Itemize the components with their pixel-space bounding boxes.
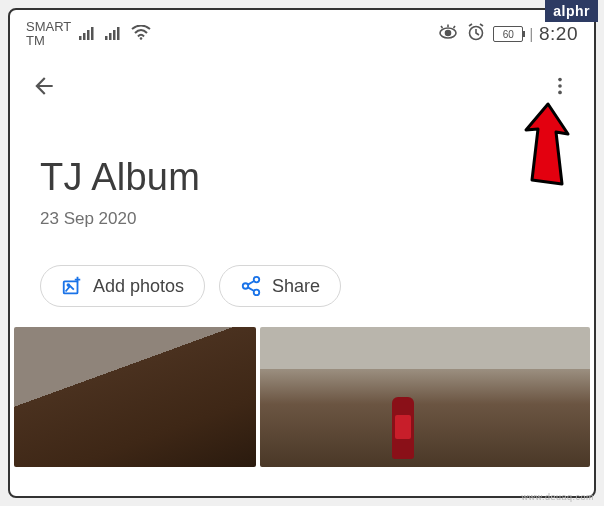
share-icon: [240, 275, 262, 297]
photo-grid: [10, 327, 594, 467]
svg-line-24: [248, 287, 254, 291]
site-badge-text: alphr: [553, 3, 590, 19]
clock: 8:20: [539, 23, 578, 45]
carrier-line2: TM: [26, 34, 71, 48]
back-button[interactable]: [30, 72, 58, 100]
photo-thumbnail[interactable]: [260, 327, 590, 467]
svg-rect-0: [79, 36, 82, 40]
svg-rect-6: [113, 30, 116, 40]
svg-line-13: [454, 26, 456, 28]
more-vert-icon: [549, 75, 571, 97]
svg-rect-5: [109, 33, 112, 40]
svg-point-17: [558, 91, 562, 95]
album-title: TJ Album: [40, 156, 564, 199]
svg-point-22: [254, 290, 260, 296]
arrow-left-icon: [31, 73, 57, 99]
battery-icon: 60: [493, 26, 523, 42]
add-photos-icon: [61, 275, 83, 297]
status-right: 60 | 8:20: [437, 23, 578, 46]
eye-icon: [437, 24, 459, 45]
album-date: 23 Sep 2020: [40, 209, 564, 229]
signal-icon: [79, 26, 97, 43]
svg-rect-3: [91, 27, 94, 40]
share-label: Share: [272, 276, 320, 297]
share-button[interactable]: Share: [219, 265, 341, 307]
svg-point-15: [558, 78, 562, 82]
app-bar: [10, 58, 594, 114]
svg-point-8: [140, 37, 143, 40]
svg-rect-2: [87, 30, 90, 40]
status-left: SMART TM: [26, 20, 151, 49]
svg-rect-1: [83, 33, 86, 40]
separator: |: [529, 26, 533, 42]
wifi-icon: [131, 25, 151, 43]
album-header: TJ Album 23 Sep 2020: [10, 114, 594, 247]
carrier-line1: SMART: [26, 20, 71, 34]
status-bar: SMART TM 60 | 8:20: [10, 10, 594, 58]
svg-point-10: [446, 30, 451, 35]
svg-line-23: [248, 281, 254, 285]
watermark: www.deuaq.com: [521, 492, 594, 502]
carrier-label: SMART TM: [26, 20, 71, 49]
svg-rect-7: [117, 27, 120, 40]
photo-thumbnail[interactable]: [14, 327, 256, 467]
add-photos-button[interactable]: Add photos: [40, 265, 205, 307]
site-badge: alphr: [545, 0, 598, 22]
svg-point-20: [254, 277, 260, 283]
battery-pct: 60: [503, 29, 514, 40]
photo-content: [392, 397, 414, 459]
svg-point-19: [67, 284, 69, 286]
alarm-icon: [467, 23, 485, 46]
device-frame: SMART TM 60 | 8:20: [8, 8, 596, 498]
more-options-button[interactable]: [546, 72, 574, 100]
svg-rect-4: [105, 36, 108, 40]
add-photos-label: Add photos: [93, 276, 184, 297]
svg-point-16: [558, 84, 562, 88]
svg-point-21: [243, 283, 249, 289]
signal-icon-2: [105, 26, 123, 43]
album-actions: Add photos Share: [10, 247, 594, 327]
svg-line-11: [441, 26, 443, 28]
